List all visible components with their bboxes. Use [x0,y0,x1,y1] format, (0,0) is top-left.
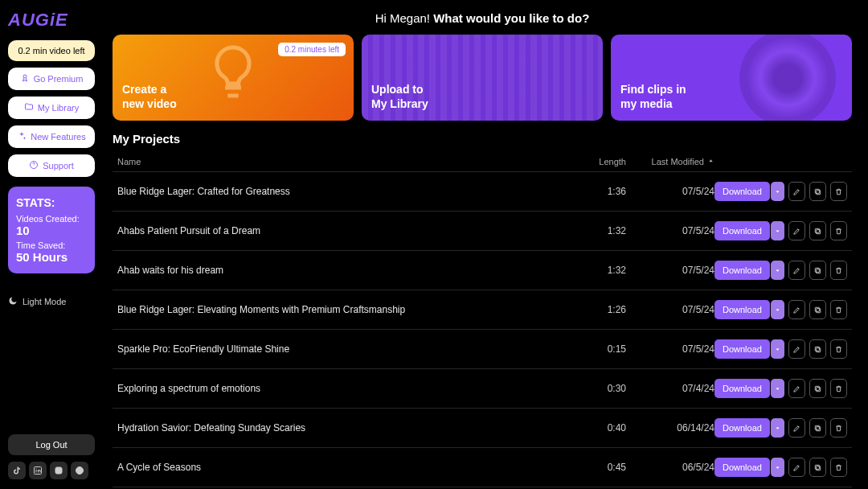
download-dropdown[interactable] [771,300,784,319]
project-modified: 07/5/24 [642,304,714,315]
download-dropdown[interactable] [771,458,784,477]
svg-point-4 [35,468,36,469]
folder-icon [24,102,34,113]
web-icon[interactable] [71,462,88,479]
project-name: Sparkle Pro: EcoFriendly Ultimate Shine [117,343,570,355]
download-dropdown[interactable] [771,418,784,438]
edit-icon[interactable] [788,300,805,319]
download-dropdown[interactable] [771,182,784,201]
table-row[interactable]: Hydration Savior: Defeating Sunday Scari… [113,408,852,447]
edit-icon[interactable] [788,261,805,280]
svg-rect-18 [815,347,819,351]
instagram-icon[interactable] [50,462,68,479]
table-row[interactable]: Blue Ridge Lager: Elevating Moments with… [113,290,852,329]
edit-icon[interactable] [788,221,805,240]
table-row[interactable]: A Cycle of Seasons0:4506/5/24Download [113,447,852,487]
download-dropdown[interactable] [771,221,784,240]
download-dropdown[interactable] [771,379,784,398]
create-card-title: Create anew video [122,83,344,111]
col-header-modified[interactable]: Last Modified [642,157,714,166]
new-features-button[interactable]: New Features [8,125,95,148]
row-actions: Download [714,418,847,438]
download-dropdown[interactable] [771,339,784,359]
download-button[interactable]: Download [714,300,770,319]
find-card-title: Find clips inmy media [620,83,842,111]
tiktok-icon[interactable] [8,462,26,479]
go-premium-label: Go Premium [34,74,84,84]
svg-rect-9 [817,190,821,194]
copy-icon[interactable] [809,458,826,477]
mins-left-notice: 0.2 min video left [8,40,95,61]
download-button[interactable]: Download [714,221,770,240]
download-dropdown[interactable] [771,261,784,280]
greeting: Hi Megan! What would you like to do? [113,11,852,25]
svg-rect-14 [815,268,819,272]
project-name: Blue Ridge Lager: Elevating Moments with… [117,304,570,315]
delete-icon[interactable] [830,379,847,398]
linkedin-icon[interactable] [29,462,47,479]
project-modified: 07/5/24 [642,186,714,197]
project-modified: 07/5/24 [642,265,714,276]
videos-created-label: Videos Created: [16,214,87,224]
delete-icon[interactable] [830,300,847,319]
delete-icon[interactable] [830,339,847,359]
copy-icon[interactable] [809,182,826,201]
delete-icon[interactable] [830,182,847,201]
go-premium-button[interactable]: Go Premium [8,68,95,90]
table-row[interactable]: Ahabs Patient Pursuit of a Dream1:3207/5… [113,211,852,250]
logout-button[interactable]: Log Out [8,434,95,455]
project-modified: 07/5/24 [642,343,714,355]
download-button[interactable]: Download [714,458,770,477]
delete-icon[interactable] [830,458,847,477]
upload-card-title: Upload toMy Library [371,83,593,111]
project-modified: 07/5/24 [642,225,714,236]
svg-point-7 [60,468,61,469]
project-length: 1:32 [570,265,626,276]
edit-icon[interactable] [788,458,805,477]
support-button[interactable]: Support [8,154,95,177]
edit-icon[interactable] [788,418,805,438]
projects-title: My Projects [113,132,852,146]
table-row[interactable]: Sparkle Pro: EcoFriendly Ultimate Shine0… [113,329,852,368]
delete-icon[interactable] [830,418,847,438]
download-button[interactable]: Download [714,261,770,280]
row-actions: Download [714,458,847,477]
svg-rect-17 [817,347,821,351]
create-video-card[interactable]: 0.2 minutes left Create anew video [113,35,354,121]
edit-icon[interactable] [788,182,805,201]
project-length: 0:40 [570,422,626,434]
copy-icon[interactable] [809,339,826,359]
delete-icon[interactable] [830,261,847,280]
project-length: 1:26 [570,304,626,315]
project-length: 0:30 [570,383,626,394]
projects-header: Name Length Last Modified [113,152,852,171]
stats-title: STATS: [16,196,87,209]
svg-rect-13 [817,269,821,273]
project-modified: 06/14/24 [642,422,714,434]
my-library-button[interactable]: My Library [8,97,95,119]
download-button[interactable]: Download [714,418,770,438]
project-name: Ahabs Patient Pursuit of a Dream [117,225,570,236]
copy-icon[interactable] [809,379,826,398]
svg-rect-12 [815,228,819,232]
project-name: Hydration Savior: Defeating Sunday Scari… [117,422,570,434]
find-clips-card[interactable]: Find clips inmy media [611,35,852,121]
project-name: Ahab waits for his dream [117,265,570,276]
svg-rect-21 [817,426,821,430]
svg-rect-11 [817,229,821,233]
download-button[interactable]: Download [714,339,770,359]
copy-icon[interactable] [809,300,826,319]
table-row[interactable]: Exploring a spectrum of emotions0:3007/4… [113,368,852,408]
edit-icon[interactable] [788,339,805,359]
light-mode-toggle[interactable]: Light Mode [8,296,95,307]
table-row[interactable]: Ahab waits for his dream1:3207/5/24Downl… [113,250,852,290]
edit-icon[interactable] [788,379,805,398]
copy-icon[interactable] [809,261,826,280]
table-row[interactable]: Blue Ridge Lager: Crafted for Greatness1… [113,171,852,211]
copy-icon[interactable] [809,418,826,438]
download-button[interactable]: Download [714,182,770,201]
download-button[interactable]: Download [714,379,770,398]
copy-icon[interactable] [809,221,826,240]
delete-icon[interactable] [830,221,847,240]
upload-library-card[interactable]: Upload toMy Library [362,35,603,121]
